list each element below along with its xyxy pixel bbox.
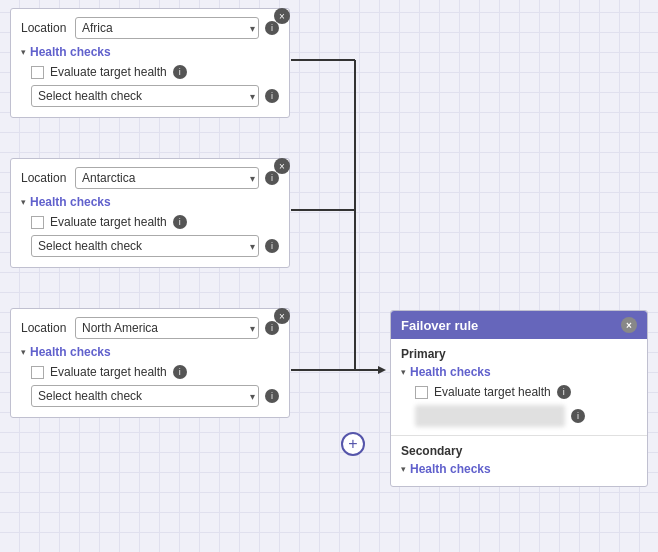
evaluate-label-1: Evaluate target health (50, 65, 167, 79)
close-button-3[interactable]: × (274, 308, 290, 324)
info-icon-failover-health[interactable]: i (571, 409, 585, 423)
close-button-2[interactable]: × (274, 158, 290, 174)
close-button-1[interactable]: × (274, 8, 290, 24)
evaluate-label-3: Evaluate target health (50, 365, 167, 379)
arrow-down-icon-3: ▾ (21, 347, 26, 357)
secondary-health-checks-label: Health checks (410, 462, 491, 476)
location-card-1: × Location Africa ▾ i ▾ Health checks Ev… (10, 8, 290, 118)
info-icon-health-3[interactable]: i (265, 389, 279, 403)
health-check-select-1[interactable]: Select health check (31, 85, 259, 107)
health-check-select-3[interactable]: Select health check (31, 385, 259, 407)
health-checks-toggle-1[interactable]: ▾ Health checks (21, 45, 279, 59)
arrow-down-icon-failover: ▾ (401, 367, 406, 377)
info-icon-evaluate-3[interactable]: i (173, 365, 187, 379)
arrow-down-icon-2: ▾ (21, 197, 26, 207)
location-label-2: Location (21, 171, 69, 185)
info-icon-failover-evaluate[interactable]: i (557, 385, 571, 399)
evaluate-checkbox-2[interactable] (31, 216, 44, 229)
location-label-3: Location (21, 321, 69, 335)
failover-title: Failover rule (401, 318, 478, 333)
failover-health-checks-toggle[interactable]: ▾ Health checks (401, 365, 637, 379)
location-select-1[interactable]: Africa (75, 17, 259, 39)
location-card-3: × Location North America ▾ i ▾ Health ch… (10, 308, 290, 418)
secondary-section: Secondary ▾ Health checks (391, 435, 647, 486)
location-select-2[interactable]: Antarctica (75, 167, 259, 189)
info-icon-location-3[interactable]: i (265, 321, 279, 335)
evaluate-checkbox-1[interactable] (31, 66, 44, 79)
failover-health-select-blurred (415, 405, 565, 427)
info-icon-evaluate-1[interactable]: i (173, 65, 187, 79)
info-icon-location-2[interactable]: i (265, 171, 279, 185)
failover-rule-panel: Failover rule × Primary ▾ Health checks … (390, 310, 648, 487)
info-icon-health-2[interactable]: i (265, 239, 279, 253)
health-check-select-2[interactable]: Select health check (31, 235, 259, 257)
evaluate-checkbox-3[interactable] (31, 366, 44, 379)
failover-health-checks-label: Health checks (410, 365, 491, 379)
secondary-label: Secondary (401, 444, 637, 458)
info-icon-health-1[interactable]: i (265, 89, 279, 103)
failover-evaluate-label: Evaluate target health (434, 385, 551, 399)
health-checks-label-1: Health checks (30, 45, 111, 59)
info-icon-evaluate-2[interactable]: i (173, 215, 187, 229)
health-checks-label-2: Health checks (30, 195, 111, 209)
location-card-2: × Location Antarctica ▾ i ▾ Health check… (10, 158, 290, 268)
location-label-1: Location (21, 21, 69, 35)
health-checks-toggle-2[interactable]: ▾ Health checks (21, 195, 279, 209)
svg-marker-5 (378, 366, 386, 374)
info-icon-location-1[interactable]: i (265, 21, 279, 35)
failover-evaluate-checkbox[interactable] (415, 386, 428, 399)
arrow-down-icon-secondary: ▾ (401, 464, 406, 474)
add-location-button[interactable]: + (341, 432, 365, 456)
health-checks-toggle-3[interactable]: ▾ Health checks (21, 345, 279, 359)
close-failover-button[interactable]: × (621, 317, 637, 333)
primary-label: Primary (401, 347, 637, 361)
failover-header: Failover rule × (391, 311, 647, 339)
arrow-down-icon-1: ▾ (21, 47, 26, 57)
secondary-health-checks-toggle[interactable]: ▾ Health checks (401, 462, 637, 476)
location-select-3[interactable]: North America (75, 317, 259, 339)
evaluate-label-2: Evaluate target health (50, 215, 167, 229)
health-checks-label-3: Health checks (30, 345, 111, 359)
